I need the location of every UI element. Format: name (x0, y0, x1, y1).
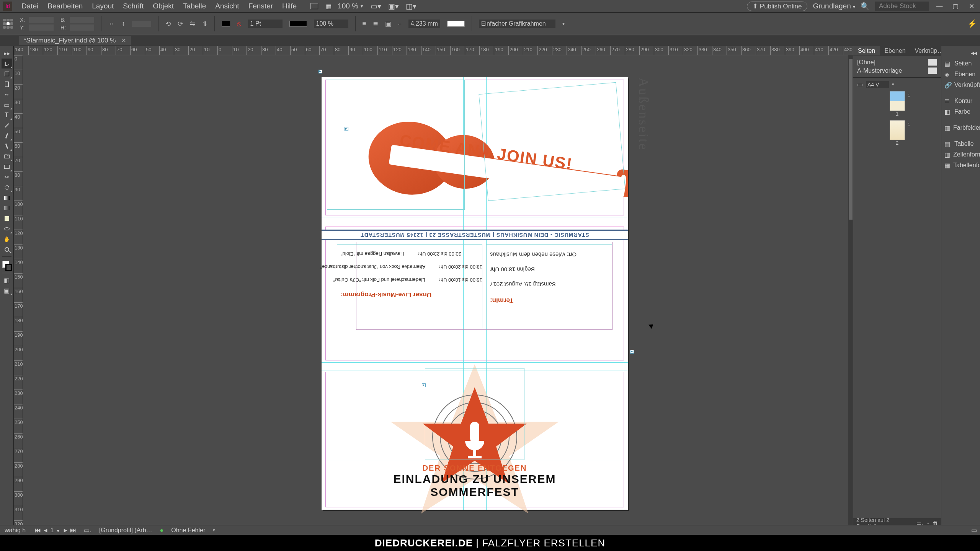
y-input[interactable] (29, 24, 54, 31)
master-none-row[interactable]: [Ohne] (853, 58, 941, 67)
canvas[interactable]: COME AND JOIN US! STARMUSIC - DEIN MUSIK… (23, 55, 853, 528)
pencil-tool[interactable] (2, 141, 12, 151)
scale-y-icon[interactable]: ↕ (122, 20, 125, 28)
graphic-frame[interactable] (479, 82, 625, 201)
arrange-icon[interactable]: ◫▾ (406, 2, 416, 11)
align-left-icon[interactable]: ≡ (363, 20, 366, 28)
scissors-tool[interactable]: ✂ (2, 172, 12, 182)
selection-tool[interactable] (2, 59, 12, 68)
menu-ansicht[interactable]: Ansicht (211, 2, 243, 10)
strip-tabelle[interactable]: ▤Tabelle (941, 139, 980, 149)
menu-tabelle[interactable]: Tabelle (178, 2, 211, 10)
publish-online-button[interactable]: ⬆ Publish Online (747, 2, 807, 11)
rotate-cw-icon[interactable]: ⟳ (178, 20, 183, 28)
direct-selection-tool[interactable] (2, 69, 12, 79)
type-tool[interactable]: T (2, 110, 12, 120)
menu-schrift[interactable]: Schrift (118, 2, 148, 10)
stroke-style-swatch[interactable] (289, 21, 307, 27)
zoom-tool[interactable] (2, 245, 12, 254)
h-input[interactable] (70, 24, 94, 31)
collapse-tools-icon[interactable]: ▸▸ (2, 48, 12, 58)
strip-kontur[interactable]: ≣Kontur (941, 96, 980, 106)
graphic-frame[interactable] (327, 80, 465, 210)
rectangle-tool[interactable] (2, 162, 12, 172)
page-navigator[interactable]: ⏮◂ 1 ▾ ▸⏭ (33, 527, 78, 534)
screen-mode-tool[interactable]: ▣ (2, 285, 12, 295)
corner-radius-field[interactable]: 4,233 mm (408, 20, 440, 28)
strip-ebenen[interactable]: ◈Ebenen (941, 69, 980, 80)
flip-v-icon[interactable]: ⥮ (202, 20, 207, 28)
guide-horizontal[interactable] (322, 226, 628, 226)
pen-tool[interactable] (2, 131, 12, 141)
gradient-feather-tool[interactable] (2, 203, 12, 213)
text-thread-port[interactable] (345, 127, 348, 131)
ruler-vertical[interactable]: 0102030405060708090100110120130140150160… (14, 55, 23, 528)
align-center-icon[interactable]: ≣ (373, 20, 378, 28)
stock-icon[interactable]: ▦ (326, 3, 332, 10)
stroke-weight-field[interactable]: 1 Pt (248, 20, 283, 28)
menu-hilfe[interactable]: Hilfe (278, 2, 301, 10)
rectangle-frame-tool[interactable] (2, 152, 12, 161)
document-tab[interactable]: *Starmusic_Flyer.indd @ 100 % ✕ (19, 36, 131, 45)
strip-farbe[interactable]: ◧Farbe (941, 106, 980, 117)
chevron-down-icon[interactable]: ▾ (892, 82, 894, 87)
scrollbar-thumb[interactable] (849, 59, 853, 220)
page-size-dropdown[interactable]: A4 V (866, 81, 889, 88)
page-thumb-2[interactable]: 2⤵ (890, 120, 905, 140)
gradient-swatch-tool[interactable] (2, 193, 12, 203)
line-tool[interactable] (2, 121, 12, 130)
strip-expand-icon[interactable]: ◂◂ (941, 47, 980, 58)
page-tool[interactable] (2, 79, 12, 89)
screen-mode-icon[interactable]: ▣▾ (388, 2, 399, 11)
strip-verknuepf[interactable]: 🔗Verknüpfu… (941, 80, 980, 90)
strip-zellenformate[interactable]: ▥Zellenform… (941, 149, 980, 160)
profile-label[interactable]: [Grundprofil] (Arb… (98, 527, 154, 534)
minimize-icon[interactable]: — (934, 2, 945, 10)
status-field[interactable]: wähig h (3, 527, 27, 534)
graphic-frame[interactable] (425, 368, 524, 460)
text-thread-port[interactable] (630, 350, 634, 354)
tab-seiten[interactable]: Seiten (853, 46, 880, 55)
chevron-down-icon[interactable]: ▾ (56, 528, 61, 533)
group-frame[interactable] (356, 242, 612, 330)
frame-type-dropdown[interactable]: Einfacher Grafikrahmen (479, 20, 555, 28)
tab-close-icon[interactable]: ✕ (121, 37, 126, 44)
zoom-chevron-down-icon[interactable]: ▾ (361, 3, 363, 9)
reference-point-proxy[interactable] (3, 19, 13, 29)
bridge-icon[interactable] (310, 3, 318, 9)
guide-horizontal[interactable] (322, 217, 628, 217)
eyedropper-tool[interactable] (2, 224, 12, 234)
hand-tool[interactable]: ✋ (2, 234, 12, 244)
page-thumb-1[interactable]: 1⤵ (890, 91, 905, 111)
free-transform-tool[interactable] (2, 183, 12, 192)
wrap-icon[interactable]: ▣ (385, 20, 391, 28)
text-thread-port[interactable] (318, 70, 322, 73)
menu-datei[interactable]: Datei (17, 2, 43, 10)
text-thread-port[interactable] (422, 383, 426, 387)
document-page[interactable]: COME AND JOIN US! STARMUSIC - DEIN MUSIK… (322, 77, 628, 510)
menu-objekt[interactable]: Objekt (148, 2, 178, 10)
fill-swatch[interactable] (222, 21, 230, 27)
spread-rotate-icon[interactable]: ⤵ (908, 122, 910, 127)
properties-flyout-icon[interactable]: ⚡ (967, 19, 977, 28)
tab-ebenen[interactable]: Ebenen (880, 46, 910, 55)
menu-fenster[interactable]: Fenster (244, 2, 278, 10)
close-icon[interactable]: ✕ (966, 2, 977, 10)
gap-tool[interactable]: ↔ (2, 90, 12, 99)
apply-color-icon[interactable]: ◧ (2, 275, 12, 285)
ruler-horizontal[interactable]: 1401301201101009080706050403020100102030… (14, 46, 853, 55)
chevron-down-icon[interactable]: ▾ (562, 21, 565, 26)
chevron-down-icon[interactable]: ▾ (213, 528, 215, 533)
w-input[interactable] (70, 17, 94, 23)
maximize-icon[interactable]: ▢ (950, 2, 961, 10)
view-options-icon[interactable]: ▭▾ (371, 2, 381, 11)
scale-input[interactable] (132, 21, 151, 27)
strip-farbfelder[interactable]: ▦Farbfelder (941, 122, 980, 133)
master-a-row[interactable]: A-Mustervorlage (853, 67, 941, 75)
fill-none-icon[interactable]: ⦸ (237, 20, 241, 28)
vertical-scrollbar[interactable] (848, 55, 853, 528)
corner-radius-icon[interactable]: ⌐ (398, 21, 401, 27)
flip-h-icon[interactable]: ⇋ (190, 20, 195, 28)
rotate-ccw-icon[interactable]: ⟲ (165, 20, 171, 28)
scale-x-icon[interactable]: ↔ (108, 20, 115, 28)
